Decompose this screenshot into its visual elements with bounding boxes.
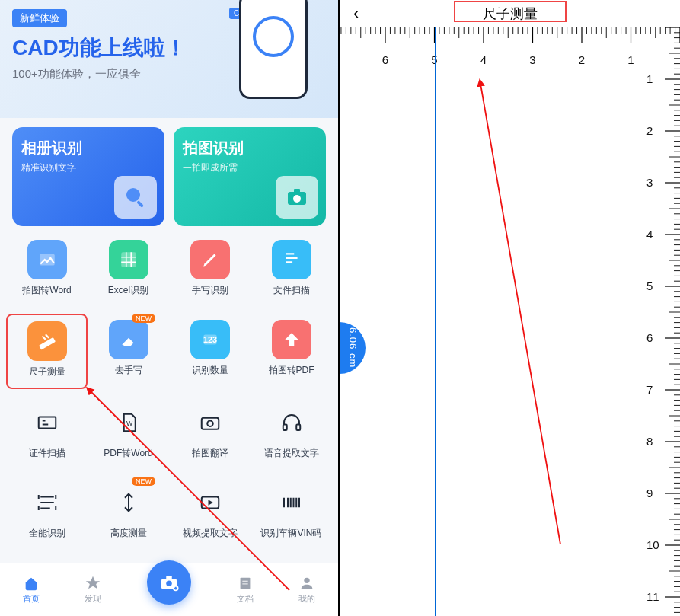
tools-row-2: 尺子测量 NEW 去手写 123 识别数量 拍图转PDF xyxy=(0,306,338,389)
crosshair-horizontal[interactable] xyxy=(340,343,680,343)
tools-row-3: 证件扫描 W PDF转Word 拍图翻译 语音提取文字 xyxy=(0,389,338,469)
video-icon xyxy=(190,483,230,522)
svg-rect-15 xyxy=(296,425,300,431)
tool-handwriting-recognition[interactable]: 手写识别 xyxy=(169,234,251,306)
card-photo-recognition[interactable]: 拍图识别 一拍即成所需 xyxy=(174,127,326,226)
ruler-icon xyxy=(27,321,67,361)
headphone-icon xyxy=(272,403,311,442)
horizontal-ruler[interactable]: 654321 xyxy=(340,27,680,75)
app-home-screen: 新鲜体验 CAD功能上线啦！ 100+功能体验，一应俱全 CAD 相册识别 精准… xyxy=(0,0,340,616)
tool-universal-recognition[interactable]: 全能识别 xyxy=(6,477,88,549)
svg-text:4: 4 xyxy=(480,53,487,66)
svg-rect-4 xyxy=(294,189,300,193)
svg-point-0 xyxy=(126,188,140,202)
barcode-icon xyxy=(272,483,311,522)
tool-voice-to-text[interactable]: 语音提取文字 xyxy=(251,397,332,469)
nav-documents[interactable]: 文档 xyxy=(237,575,254,605)
tool-ruler-measure[interactable]: 尺子测量 xyxy=(6,314,88,389)
svg-rect-10 xyxy=(38,417,56,429)
svg-text:8: 8 xyxy=(646,435,653,448)
bottom-navigation: 首页 发现 文档 我的 xyxy=(0,563,338,616)
svg-point-3 xyxy=(293,195,301,203)
svg-text:1: 1 xyxy=(646,72,653,85)
tool-height-measure[interactable]: NEW 高度测量 xyxy=(88,477,169,549)
annotation-title-highlight xyxy=(454,1,567,22)
svg-text:2: 2 xyxy=(646,124,653,137)
annotation-arrow-right xyxy=(473,76,572,548)
page-header: ‹ 尺子测量 xyxy=(340,0,680,27)
tools-row-4: 全能识别 NEW 高度测量 视频提取文字 识别车辆VIN码 xyxy=(0,469,338,549)
card-subtitle: 精准识别文字 xyxy=(21,161,155,174)
new-badge: NEW xyxy=(132,477,155,486)
svg-text:W: W xyxy=(126,420,133,427)
camera-translate-icon xyxy=(190,403,230,442)
svg-text:2: 2 xyxy=(579,53,585,66)
new-badge: NEW xyxy=(132,314,155,323)
tools-row-1: 拍图转Word Excel识别 手写识别 文件扫描 xyxy=(0,226,338,306)
nav-camera[interactable] xyxy=(147,560,191,605)
document-icon xyxy=(272,240,311,279)
svg-rect-12 xyxy=(201,418,219,429)
svg-rect-1 xyxy=(136,200,144,208)
ruler-measure-screen: ‹ 尺子测量 654321 1234567891011 6.06 cm xyxy=(340,0,680,616)
svg-point-18 xyxy=(166,580,172,586)
height-icon xyxy=(109,483,148,522)
pdf-icon xyxy=(272,320,311,359)
svg-text:11: 11 xyxy=(646,590,659,603)
nav-mine[interactable]: 我的 xyxy=(298,575,315,605)
tool-vin-recognition[interactable]: 识别车辆VIN码 xyxy=(251,477,332,549)
scan-lines-icon xyxy=(27,483,67,522)
svg-line-225 xyxy=(480,84,560,544)
back-button[interactable]: ‹ xyxy=(353,4,359,24)
svg-text:123: 123 xyxy=(203,335,216,344)
nav-home[interactable]: 首页 xyxy=(23,575,40,605)
word-doc-icon: W xyxy=(109,403,148,442)
tool-file-scan[interactable]: 文件扫描 xyxy=(251,234,332,306)
tool-remove-handwriting[interactable]: NEW 去手写 xyxy=(88,314,169,389)
svg-point-22 xyxy=(305,578,310,583)
svg-rect-21 xyxy=(240,578,250,589)
svg-point-13 xyxy=(207,421,213,427)
eraser-icon xyxy=(109,320,148,359)
svg-rect-19 xyxy=(166,576,172,579)
numbers-icon: 123 xyxy=(190,320,230,359)
badge-new-experience: 新鲜体验 xyxy=(12,9,67,27)
measurement-readout: 6.06 cm xyxy=(340,322,366,374)
id-card-icon xyxy=(27,403,67,442)
image-icon xyxy=(27,240,67,279)
crosshair-vertical[interactable] xyxy=(435,27,436,616)
nav-discover[interactable]: 发现 xyxy=(85,575,101,605)
camera-icon xyxy=(276,176,318,219)
svg-text:6: 6 xyxy=(382,53,388,66)
card-album-recognition[interactable]: 相册识别 精准识别文字 xyxy=(12,127,164,226)
magnifier-icon xyxy=(114,176,157,219)
grid-icon xyxy=(109,240,148,279)
svg-text:7: 7 xyxy=(646,383,653,396)
svg-rect-6 xyxy=(121,252,136,267)
card-title: 拍图识别 xyxy=(183,138,317,158)
svg-rect-7 xyxy=(38,337,55,349)
tool-id-scan[interactable]: 证件扫描 xyxy=(6,397,88,469)
tool-excel-recognition[interactable]: Excel识别 xyxy=(88,234,169,306)
tool-count-recognition[interactable]: 123 识别数量 xyxy=(169,314,251,389)
tool-pdf-to-word[interactable]: W PDF转Word xyxy=(88,397,169,469)
vertical-ruler[interactable]: 1234567891011 xyxy=(631,27,680,616)
tool-photo-to-pdf[interactable]: 拍图转PDF xyxy=(251,314,332,389)
svg-rect-14 xyxy=(283,425,286,431)
card-title: 相册识别 xyxy=(21,138,155,158)
phone-illustration: CAD xyxy=(224,0,330,118)
svg-text:10: 10 xyxy=(646,538,659,551)
tool-photo-translate[interactable]: 拍图翻译 xyxy=(169,397,251,469)
tool-photo-to-word[interactable]: 拍图转Word xyxy=(6,234,88,306)
tool-video-to-text[interactable]: 视频提取文字 xyxy=(169,477,251,549)
svg-text:3: 3 xyxy=(646,176,653,189)
promo-banner[interactable]: 新鲜体验 CAD功能上线啦！ 100+功能体验，一应俱全 CAD xyxy=(0,0,338,118)
pen-icon xyxy=(190,240,230,279)
card-subtitle: 一拍即成所需 xyxy=(183,161,317,174)
svg-text:5: 5 xyxy=(646,279,653,292)
svg-text:3: 3 xyxy=(529,53,535,66)
svg-text:4: 4 xyxy=(646,228,653,241)
svg-text:9: 9 xyxy=(646,487,653,500)
